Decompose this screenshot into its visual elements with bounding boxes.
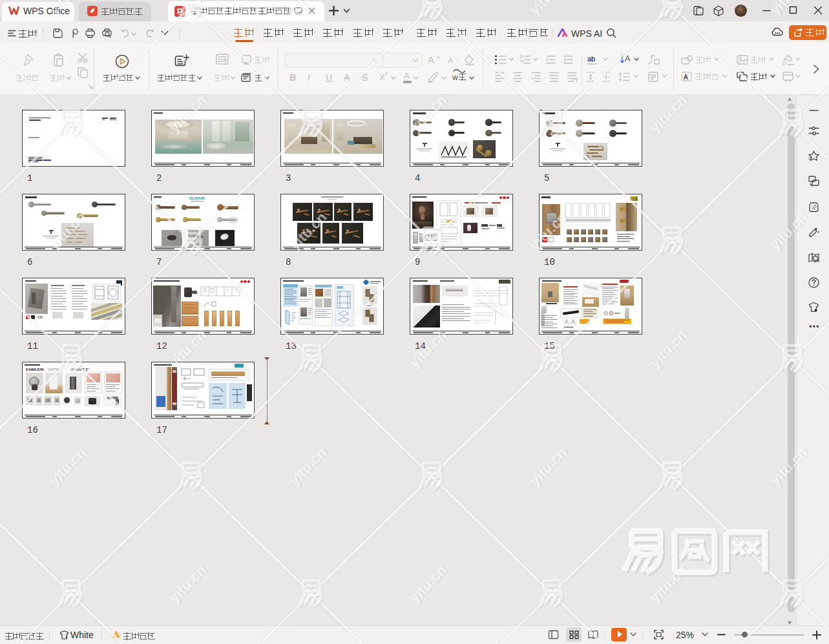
svg-text:A: A <box>625 54 631 63</box>
svg-text:yitu.cn: yitu.cn <box>166 562 209 606</box>
svg-text:yitu.cn: yitu.cn <box>647 327 690 371</box>
svg-text:yitu.cn: yitu.cn <box>288 444 331 488</box>
svg-text:yitu.cn: yitu.cn <box>647 562 690 606</box>
svg-text:yitu.cn: yitu.cn <box>286 444 330 488</box>
svg-text:yitu.cn: yitu.cn <box>649 562 692 606</box>
svg-text:yitu.cn: yitu.cn <box>48 444 91 488</box>
svg-text:yitu.cn: yitu.cn <box>649 92 692 136</box>
svg-text:yitu.cn: yitu.cn <box>527 444 570 488</box>
svg-text:yitu.cn: yitu.cn <box>406 562 450 606</box>
svg-text:yitu.cn: yitu.cn <box>168 562 211 606</box>
svg-text:A: A <box>684 74 688 81</box>
svg-text:yitu.cn: yitu.cn <box>649 327 692 371</box>
svg-text:yitu.cn: yitu.cn <box>529 444 572 488</box>
svg-text:yitu.cn: yitu.cn <box>408 562 452 606</box>
svg-text:ab: ab <box>587 55 595 63</box>
svg-text:yitu.cn: yitu.cn <box>647 92 690 136</box>
svg-text:yitu.cn: yitu.cn <box>46 444 89 488</box>
